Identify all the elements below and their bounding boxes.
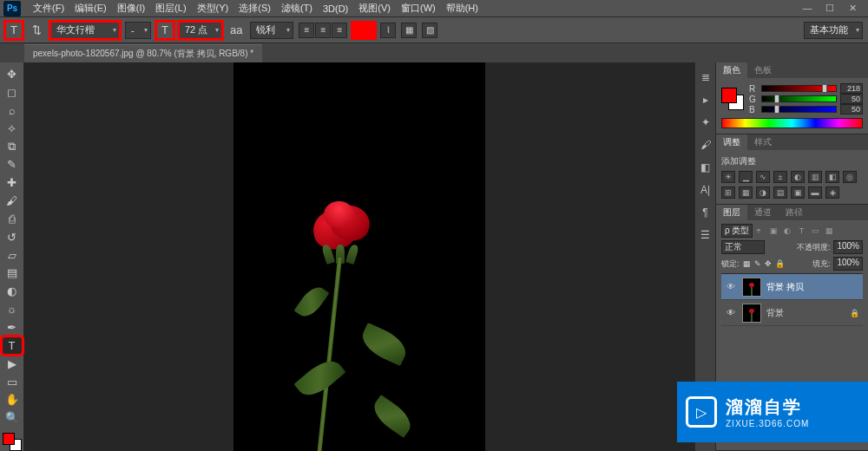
- crop-tool[interactable]: ⧉: [3, 138, 22, 154]
- document-canvas[interactable]: [233, 62, 485, 451]
- menu-filter[interactable]: 滤镜(T): [276, 0, 318, 16]
- zoom-tool[interactable]: 🔍: [3, 409, 22, 426]
- eyedropper-tool[interactable]: ✎: [3, 156, 22, 173]
- warp-text-button[interactable]: ⌇: [380, 23, 396, 38]
- adj-brightness-icon[interactable]: ☀: [721, 171, 735, 183]
- swatches-tab[interactable]: 色板: [747, 62, 779, 78]
- filter-shape-icon[interactable]: ▭: [809, 225, 821, 237]
- filter-type-icon[interactable]: T: [795, 225, 807, 237]
- character-panel-icon[interactable]: A|: [698, 182, 713, 198]
- adj-hue-icon[interactable]: ▥: [808, 171, 822, 183]
- adj-levels-icon[interactable]: ▁: [739, 171, 753, 183]
- blend-mode-dropdown[interactable]: 正常: [721, 240, 765, 254]
- pen-tool[interactable]: ✒: [3, 319, 22, 336]
- foreground-color[interactable]: [3, 433, 15, 445]
- menu-file[interactable]: 文件(F): [28, 0, 69, 16]
- filter-pixel-icon[interactable]: ▣: [767, 225, 779, 237]
- rectangle-tool[interactable]: ▭: [3, 374, 22, 390]
- brush-tool[interactable]: 🖌: [3, 193, 22, 209]
- actions-panel-icon[interactable]: ▸: [698, 92, 713, 108]
- properties-panel-icon[interactable]: ✦: [698, 114, 713, 130]
- adj-invert-icon[interactable]: ◑: [756, 186, 770, 199]
- brush-panel-icon[interactable]: 🖌: [698, 137, 713, 153]
- adj-vibrance-icon[interactable]: ◐: [791, 171, 805, 183]
- brush-presets-icon[interactable]: ◧: [698, 160, 713, 175]
- character-panel-button[interactable]: ▦: [401, 23, 417, 38]
- adj-threshold-icon[interactable]: ▣: [791, 186, 805, 199]
- font-style-dropdown[interactable]: -: [125, 22, 151, 39]
- layer-thumbnail[interactable]: [742, 278, 761, 297]
- filter-adjust-icon[interactable]: ◐: [781, 225, 793, 237]
- color-tab[interactable]: 颜色: [716, 62, 747, 78]
- lock-position-icon[interactable]: ✥: [765, 259, 772, 268]
- foreground-background-colors[interactable]: [3, 433, 22, 451]
- menu-image[interactable]: 图像(I): [112, 0, 150, 16]
- eraser-tool[interactable]: ▱: [3, 247, 22, 264]
- adj-selective-color-icon[interactable]: ◈: [825, 186, 839, 199]
- layer-filter-kind[interactable]: ρ 类型: [721, 224, 753, 238]
- visibility-toggle[interactable]: 👁: [725, 282, 737, 291]
- lock-transparency-icon[interactable]: ▦: [743, 259, 751, 268]
- opacity-value[interactable]: 100%: [833, 240, 863, 254]
- 3d-button[interactable]: ▧: [422, 23, 437, 38]
- window-maximize[interactable]: ☐: [823, 3, 837, 14]
- clone-stamp-tool[interactable]: ⎙: [3, 211, 22, 227]
- panel-fgbg-swatch[interactable]: [721, 88, 744, 110]
- canvas-area[interactable]: [24, 62, 694, 451]
- lock-all-icon[interactable]: 🔒: [775, 259, 785, 268]
- adjustments-tab[interactable]: 调整: [716, 134, 747, 150]
- paths-tab[interactable]: 路径: [779, 205, 810, 220]
- styles-tab[interactable]: 样式: [747, 134, 779, 150]
- filter-smart-icon[interactable]: ▦: [823, 225, 835, 237]
- type-tool[interactable]: T: [3, 337, 22, 354]
- layer-row[interactable]: 👁 背景 🔒: [721, 300, 863, 326]
- window-close[interactable]: ✕: [845, 3, 859, 14]
- path-selection-tool[interactable]: ▶: [3, 356, 22, 372]
- antialias-dropdown[interactable]: 锐利: [250, 22, 293, 39]
- adj-gradient-map-icon[interactable]: ▬: [808, 186, 822, 199]
- magic-wand-tool[interactable]: ✧: [3, 121, 22, 137]
- font-family-dropdown[interactable]: 华文行楷: [50, 22, 120, 39]
- layers-tab[interactable]: 图层: [716, 205, 747, 220]
- menu-edit[interactable]: 编辑(E): [69, 0, 112, 16]
- r-value[interactable]: 218: [840, 83, 863, 94]
- align-right-button[interactable]: ≡: [332, 23, 347, 38]
- healing-brush-tool[interactable]: ✚: [3, 174, 22, 191]
- layer-name[interactable]: 背景: [766, 307, 784, 319]
- b-slider[interactable]: [761, 106, 837, 113]
- marquee-tool[interactable]: ◻: [3, 84, 22, 101]
- text-orientation-icon[interactable]: ⇅: [28, 22, 45, 39]
- adj-posterize-icon[interactable]: ▤: [773, 186, 787, 199]
- visibility-toggle[interactable]: 👁: [725, 308, 737, 317]
- align-left-button[interactable]: ≡: [299, 23, 314, 38]
- adj-curves-icon[interactable]: ∿: [756, 171, 770, 183]
- menu-select[interactable]: 选择(S): [233, 0, 276, 16]
- menu-view[interactable]: 视图(V): [353, 0, 396, 16]
- move-tool[interactable]: ✥: [3, 66, 22, 82]
- menu-type[interactable]: 类型(Y): [192, 0, 234, 16]
- menu-layer[interactable]: 图层(L): [150, 0, 191, 16]
- adj-channel-mixer-icon[interactable]: ⊞: [721, 186, 735, 199]
- align-center-button[interactable]: ≡: [315, 23, 331, 38]
- lock-pixels-icon[interactable]: ✎: [754, 259, 761, 268]
- hue-strip[interactable]: [721, 118, 863, 128]
- text-color-swatch[interactable]: [352, 23, 375, 38]
- font-size-dropdown[interactable]: 72 点: [179, 22, 222, 39]
- menu-3d[interactable]: 3D(D): [318, 2, 353, 16]
- r-slider[interactable]: [761, 85, 837, 92]
- channels-tab[interactable]: 通道: [747, 205, 779, 220]
- menu-window[interactable]: 窗口(W): [396, 0, 441, 16]
- menu-help[interactable]: 帮助(H): [441, 0, 483, 16]
- adj-photo-filter-icon[interactable]: ◎: [843, 171, 857, 183]
- b-value[interactable]: 50: [840, 104, 863, 114]
- layer-row[interactable]: 👁 背景 拷贝: [721, 274, 863, 300]
- hand-tool[interactable]: ✋: [3, 391, 22, 408]
- adj-color-lookup-icon[interactable]: ▦: [739, 186, 753, 199]
- history-brush-tool[interactable]: ↺: [3, 229, 22, 245]
- layer-thumbnail[interactable]: [742, 304, 761, 323]
- workspace-dropdown[interactable]: 基本功能: [804, 22, 863, 39]
- adj-exposure-icon[interactable]: ±: [773, 171, 787, 183]
- lasso-tool[interactable]: ⌕: [3, 102, 22, 119]
- gradient-tool[interactable]: ▤: [3, 265, 22, 281]
- tool-preset-icon[interactable]: T: [5, 22, 23, 39]
